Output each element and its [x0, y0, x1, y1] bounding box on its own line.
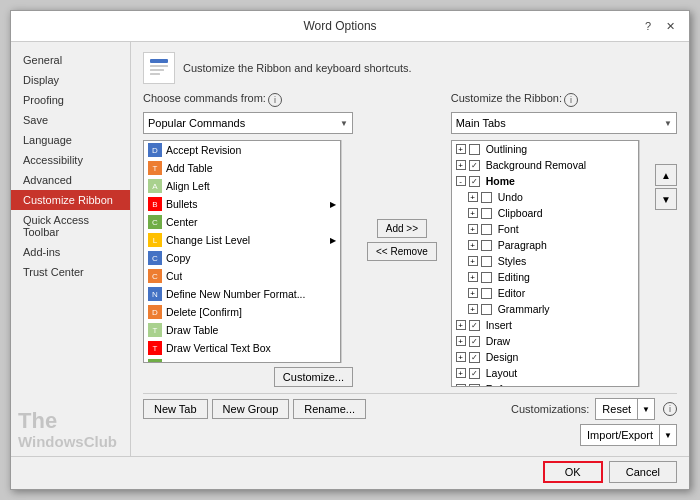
ribbon-item-checkbox[interactable] [469, 144, 480, 155]
ribbon-item-label: Clipboard [498, 207, 543, 219]
commands-scrollbar[interactable] [341, 140, 353, 363]
ribbon-dropdown-value: Main Tabs [456, 117, 506, 129]
customize-button[interactable]: Customize... [274, 367, 353, 387]
reset-arrow-icon[interactable]: ▼ [637, 399, 654, 419]
expand-icon[interactable]: + [456, 320, 466, 330]
svg-rect-3 [150, 73, 160, 75]
sidebar-item-display[interactable]: Display [11, 70, 130, 90]
ribbon-item-checkbox[interactable] [481, 288, 492, 299]
rename-button[interactable]: Rename... [293, 399, 366, 419]
ribbon-list-item[interactable]: +Design [452, 349, 638, 365]
ribbon-list-item[interactable]: +Layout [452, 365, 638, 381]
expand-icon[interactable]: + [468, 288, 478, 298]
expand-icon[interactable]: + [456, 352, 466, 362]
list-item[interactable]: NDefine New Number Format... [144, 285, 340, 303]
sidebar-item-customize-ribbon[interactable]: Customize Ribbon [11, 190, 130, 210]
submenu-arrow-icon: ▶ [330, 236, 336, 245]
expand-icon[interactable]: + [456, 384, 466, 387]
import-export-arrow-icon[interactable]: ▼ [659, 425, 676, 445]
ribbon-item-checkbox[interactable] [469, 336, 480, 347]
ribbon-item-label: Editing [498, 271, 530, 283]
ribbon-item-checkbox[interactable] [469, 384, 480, 388]
ribbon-list-item[interactable]: +Font [452, 221, 638, 237]
ribbon-item-checkbox[interactable] [481, 208, 492, 219]
ribbon-list-item[interactable]: +Paragraph [452, 237, 638, 253]
ribbon-list-item[interactable]: +Clipboard [452, 205, 638, 221]
move-down-button[interactable]: ▼ [655, 188, 677, 210]
close-button[interactable]: ✕ [661, 17, 679, 35]
ribbon-item-label: Paragraph [498, 239, 547, 251]
expand-icon[interactable]: + [468, 256, 478, 266]
ribbon-item-checkbox[interactable] [469, 368, 480, 379]
ribbon-list-item[interactable]: +Outlining [452, 141, 638, 157]
sidebar-item-trust-center[interactable]: Trust Center [11, 262, 130, 282]
command-icon: D [148, 305, 162, 319]
ribbon-list-item[interactable]: -Home [452, 173, 638, 189]
ribbon-item-checkbox[interactable] [481, 304, 492, 315]
sidebar-item-quick-access-toolbar[interactable]: Quick Access Toolbar [11, 210, 130, 242]
sidebar-item-add-ins[interactable]: Add-ins [11, 242, 130, 262]
reset-dropdown[interactable]: Reset ▼ [595, 398, 655, 420]
ribbon-icon [143, 52, 175, 84]
sidebar-item-accessibility[interactable]: Accessibility [11, 150, 130, 170]
ribbon-list-item[interactable]: +Styles [452, 253, 638, 269]
help-button[interactable]: ? [639, 17, 657, 35]
ribbon-item-checkbox[interactable] [469, 352, 480, 363]
ribbon-list-item[interactable]: +Grammarly [452, 301, 638, 317]
list-item[interactable]: TAdd Table [144, 159, 340, 177]
list-item[interactable]: DAccept Revision [144, 141, 340, 159]
expand-icon[interactable]: + [456, 144, 466, 154]
ribbon-scrollbar[interactable] [639, 140, 651, 387]
expand-icon[interactable]: + [456, 160, 466, 170]
commands-dropdown[interactable]: Popular Commands ▼ [143, 112, 353, 134]
ribbon-item-checkbox[interactable] [481, 240, 492, 251]
ribbon-item-checkbox[interactable] [469, 176, 480, 187]
new-group-button[interactable]: New Group [212, 399, 290, 419]
expand-icon[interactable]: + [468, 224, 478, 234]
ribbon-list-item[interactable]: +Background Removal [452, 157, 638, 173]
expand-icon[interactable]: + [468, 304, 478, 314]
list-item[interactable]: EEmail [144, 357, 340, 363]
expand-icon[interactable]: - [456, 176, 466, 186]
new-tab-button[interactable]: New Tab [143, 399, 208, 419]
list-item[interactable]: BBullets▶ [144, 195, 340, 213]
list-item[interactable]: CCopy [144, 249, 340, 267]
expand-icon[interactable]: + [468, 192, 478, 202]
expand-icon[interactable]: + [456, 336, 466, 346]
list-item[interactable]: LChange List Level▶ [144, 231, 340, 249]
remove-button[interactable]: << Remove [367, 242, 437, 261]
ribbon-list-item[interactable]: +Draw [452, 333, 638, 349]
add-button[interactable]: Add >> [377, 219, 427, 238]
move-up-button[interactable]: ▲ [655, 164, 677, 186]
ribbon-list-item[interactable]: +Editing [452, 269, 638, 285]
sidebar-item-advanced[interactable]: Advanced [11, 170, 130, 190]
sidebar-item-proofing[interactable]: Proofing [11, 90, 130, 110]
list-item[interactable]: DDelete [Confirm] [144, 303, 340, 321]
ribbon-list-item[interactable]: +Editor [452, 285, 638, 301]
expand-icon[interactable]: + [468, 208, 478, 218]
list-item[interactable]: TDraw Table [144, 321, 340, 339]
ribbon-item-checkbox[interactable] [469, 320, 480, 331]
list-item[interactable]: CCut [144, 267, 340, 285]
expand-icon[interactable]: + [468, 272, 478, 282]
ribbon-list-item[interactable]: +References [452, 381, 638, 387]
expand-icon[interactable]: + [456, 368, 466, 378]
ribbon-item-checkbox[interactable] [481, 256, 492, 267]
ribbon-list-item[interactable]: +Insert [452, 317, 638, 333]
list-item[interactable]: CCenter [144, 213, 340, 231]
sidebar-item-language[interactable]: Language [11, 130, 130, 150]
ribbon-item-checkbox[interactable] [481, 272, 492, 283]
sidebar-item-save[interactable]: Save [11, 110, 130, 130]
list-item[interactable]: TDraw Vertical Text Box [144, 339, 340, 357]
cancel-button[interactable]: Cancel [609, 461, 677, 483]
ribbon-dropdown[interactable]: Main Tabs ▼ [451, 112, 677, 134]
ok-button[interactable]: OK [543, 461, 603, 483]
expand-icon[interactable]: + [468, 240, 478, 250]
list-item[interactable]: AAlign Left [144, 177, 340, 195]
ribbon-list-item[interactable]: +Undo [452, 189, 638, 205]
ribbon-item-checkbox[interactable] [481, 192, 492, 203]
ribbon-item-checkbox[interactable] [481, 224, 492, 235]
ribbon-item-checkbox[interactable] [469, 160, 480, 171]
sidebar-item-general[interactable]: General [11, 50, 130, 70]
import-export-dropdown[interactable]: Import/Export ▼ [580, 424, 677, 446]
